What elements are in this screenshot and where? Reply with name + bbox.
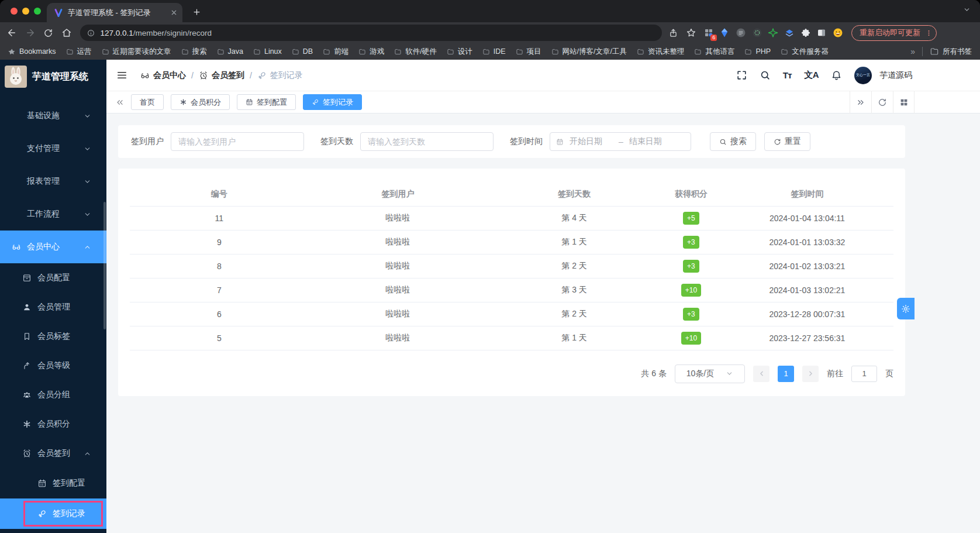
bookmark-item[interactable]: 搜索 [181,47,207,57]
sidebar-item-基础设施[interactable]: 基础设施 [0,99,106,132]
sidebar-item-报表管理[interactable]: 报表管理 [0,165,106,198]
font-size-icon[interactable]: Tт [783,70,792,80]
layout-grid-icon[interactable] [893,91,915,114]
extension-recorder-icon[interactable] [751,26,763,39]
sidebar-item-会员管理[interactable]: 会员管理 [0,293,106,322]
bookmark-item[interactable]: 文件服务器 [781,47,829,57]
zoom-window-button[interactable] [34,8,41,15]
chrome-update-button[interactable]: 重新启动即可更新 [851,25,937,41]
forward-icon[interactable] [23,25,37,40]
sidebar-item-支付管理[interactable]: 支付管理 [0,132,106,165]
home-icon[interactable] [60,25,74,40]
reset-button[interactable]: 重置 [764,132,810,151]
sidebar-item-会员分组[interactable]: 会员分组 [0,380,106,410]
sidebar-item-会员中心[interactable]: 会员中心 [0,231,106,263]
sidebar-item-会员签到[interactable]: 会员签到 [0,439,106,468]
bookmark-item[interactable]: 设计 [447,47,472,57]
browser-menu-icon[interactable] [925,29,933,37]
filter-days-input[interactable] [360,132,494,151]
close-window-button[interactable] [11,8,18,15]
page-number-button[interactable]: 1 [778,366,794,382]
breadcrumb-item[interactable]: 会员签到 [199,70,244,81]
tags-scroll-left-icon[interactable] [112,98,127,107]
sidebar-scrollbar[interactable] [103,202,106,329]
filter-user-input[interactable] [171,132,304,151]
page-tab-签到配置[interactable]: 签到配置 [237,94,296,110]
extension-split-icon[interactable] [816,26,828,39]
table-row[interactable]: 5啦啦啦第 1 天+102023-12-27 23:56:31 [130,326,893,350]
bookmark-item[interactable]: 项目 [516,47,541,57]
page-size-select[interactable]: 10条/页 [675,364,745,383]
sidebar-item-会员标签[interactable]: 会员标签 [0,322,106,351]
close-tab-icon[interactable] [170,9,178,16]
breadcrumb-item[interactable]: 签到记录 [257,70,303,81]
sidebar-item-会员等级[interactable]: 会员等级 [0,351,106,380]
extensions-puzzle-icon[interactable] [799,26,812,39]
bookmark-item[interactable]: Java [217,47,243,56]
extension-circle-icon[interactable] [735,26,747,39]
next-page-button[interactable] [802,366,819,382]
bookmark-item[interactable]: 游戏 [358,47,384,57]
bookmarks-overflow-chevron[interactable]: » [910,47,915,56]
bookmark-item[interactable]: 运营 [66,47,92,57]
extension-layers-icon[interactable] [784,26,796,39]
refresh-page-icon[interactable] [871,91,893,114]
share-icon[interactable] [666,25,680,40]
user-avatar[interactable]: 文心一言 [854,67,872,84]
app-logo-row[interactable]: 芋道管理系统 [0,60,106,94]
window-controls[interactable] [11,8,41,15]
bookmark-item[interactable]: 其他语言 [694,47,734,57]
table-row[interactable]: 9啦啦啦第 1 天+32024-01-01 13:03:32 [130,230,893,254]
bookmark-item[interactable]: 网站/博客/文章/工具 [551,47,627,57]
table-row[interactable]: 8啦啦啦第 2 天+32024-01-02 13:03:21 [130,254,893,278]
search-icon[interactable] [760,70,771,81]
profile-avatar-icon[interactable] [831,26,844,39]
bookmark-item[interactable]: 前端 [323,47,348,57]
menu-fold-icon[interactable] [113,67,130,84]
sidebar-item-工作流程[interactable]: 工作流程 [0,198,106,231]
url-text[interactable]: 127.0.0.1/member/signin/record [100,29,212,37]
bookmark-item[interactable]: PHP [744,47,771,56]
back-icon[interactable] [5,25,19,40]
table-row[interactable]: 6啦啦啦第 2 天+32023-12-28 00:07:31 [130,302,893,326]
breadcrumb-item[interactable]: 会员中心 [140,70,186,81]
username[interactable]: 芋道源码 [879,70,912,81]
minimize-window-button[interactable] [22,8,29,15]
bookmark-star-icon[interactable] [684,25,698,40]
table-row[interactable]: 11啦啦啦第 4 天+52024-01-04 13:04:11 [130,206,893,230]
prev-page-button[interactable] [753,366,769,382]
search-button[interactable]: 搜索 [710,132,756,151]
sidebar-item-签到记录[interactable]: 签到记录 [0,498,106,529]
bookmark-item[interactable]: Linux [253,47,282,56]
page-tab-签到记录[interactable]: 签到记录 [303,94,362,110]
page-tab-会员积分[interactable]: 会员积分 [171,94,230,110]
extension-blocks-icon[interactable]: 6 [703,26,715,39]
address-bar[interactable]: 127.0.0.1/member/signin/record [80,25,661,41]
fullscreen-icon[interactable] [736,70,747,81]
translate-icon[interactable]: 文A [804,70,819,81]
reload-icon[interactable] [42,25,56,40]
bookmark-item[interactable]: 资讯未整理 [637,47,685,57]
sidebar-item-签到配置[interactable]: 签到配置 [0,468,106,498]
info-icon[interactable] [87,29,95,37]
sidebar-item-会员配置[interactable]: 会员配置 [0,263,106,293]
page-tab-首页[interactable]: 首页 [131,94,164,110]
goto-page-input[interactable] [851,366,877,382]
settings-gear-button[interactable] [897,298,915,319]
bell-icon[interactable] [831,70,842,81]
date-range-picker[interactable]: 开始日期 – 结束日期 [550,132,691,151]
browser-tab[interactable]: 芋道管理系统 - 签到记录 [47,3,182,22]
bookmark-item[interactable]: 近期需要读的文章 [102,47,171,57]
all-bookmarks-button[interactable]: 所有书签 [930,47,972,57]
bookmark-item[interactable]: IDE [482,47,506,56]
bookmark-item[interactable]: Bookmarks [8,47,56,56]
tags-scroll-right-icon[interactable] [850,91,871,114]
bookmark-item[interactable]: DB [292,47,313,56]
table-row[interactable]: 7啦啦啦第 3 天+102024-01-03 13:02:21 [130,278,893,302]
sidebar-item-会员积分[interactable]: 会员积分 [0,410,106,439]
bookmark-item[interactable]: 软件/硬件 [394,47,436,57]
tab-search-icon[interactable] [963,6,971,13]
new-tab-button[interactable] [188,4,205,20]
extension-kite-icon[interactable] [719,26,731,39]
extension-star-icon[interactable] [767,26,779,39]
